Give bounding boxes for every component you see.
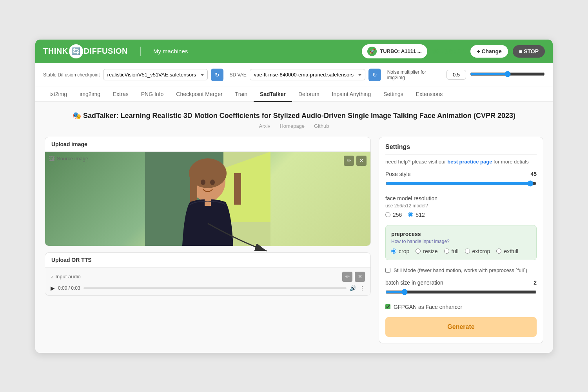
face-model-256-option[interactable]: 256 [385,212,402,218]
pose-style-label: Pose style [385,171,411,177]
tab-sadtalker[interactable]: SadTalker [254,87,292,102]
turbo-icon: 🚀 [367,47,377,56]
preprocess-box: preprocess How to handle input image? cr… [385,225,537,260]
tab-png-info[interactable]: PNG Info [135,87,170,102]
help-link[interactable]: best practice page [447,159,492,165]
face-model-row: face model resolution use 256/512 model?… [385,195,537,218]
tab-deforum[interactable]: Deforum [292,87,326,102]
audio-time: 0:00 / 0:03 [58,285,80,291]
preprocess-full-option[interactable]: full [444,248,459,254]
left-panel: Upload image 🖼 Source image ✏ ✕ [45,137,371,296]
play-button[interactable]: ▶ [51,285,55,291]
homepage-link[interactable]: Homepage [279,123,305,129]
clear-image-button[interactable]: ✕ [356,156,367,166]
upload-or-tts-panel: Upload OR TTS ♪ Input audio ✏ ✕ [45,252,371,296]
image-icon: 🖼 [49,156,54,162]
volume-button[interactable]: 🔊 [350,285,356,291]
timer-display: 00:38:24 [432,47,466,55]
face-model-512-option[interactable]: 512 [408,212,425,218]
sd-vae-group: SD VAE vae-ft-mse-840000-ema-pruned.safe… [230,69,381,81]
preprocess-extcrop-label: extcrop [472,248,490,254]
header-left: THINK 🔄 DIFFUSION My machines [43,44,188,58]
batch-size-slider-wrap [385,289,537,297]
face-model-sublabel: use 256/512 model? [385,203,537,209]
preprocess-extfull-option[interactable]: extfull [496,248,518,254]
svg-rect-6 [234,173,241,205]
noise-value-input[interactable] [446,70,466,80]
edit-audio-button[interactable]: ✏ [342,272,352,282]
pose-style-value: 45 [530,171,537,177]
pose-style-label-row: Pose style 45 [385,171,537,177]
tab-settings[interactable]: Settings [377,87,410,102]
checkpoint-select[interactable]: realisticVisionV51_v51VAE.safetensors [103,69,208,80]
tab-extras[interactable]: Extras [107,87,135,102]
edit-image-button[interactable]: ✏ [344,156,354,166]
face-model-512-label: 512 [416,212,425,218]
source-image-text: Source image [57,156,88,162]
pose-style-row: Pose style 45 [385,171,537,188]
preprocess-crop-radio[interactable] [391,249,396,254]
batch-size-slider[interactable] [385,289,537,295]
preprocess-full-label: full [452,248,459,254]
audio-area: ♪ Input audio ✏ ✕ ▶ 0:00 / 0:03 [45,267,370,295]
change-button[interactable]: + Change [470,45,508,58]
audio-icon: ♪ [51,274,53,279]
turbo-label: TURBO: A1111 ... [380,48,421,54]
audio-progress-bar[interactable] [83,287,347,289]
tab-extensions[interactable]: Extensions [410,87,449,102]
preprocess-extcrop-radio[interactable] [465,249,470,254]
page-links: Arxiv Homepage Github [45,123,543,129]
more-options-button[interactable]: ⋮ [359,285,365,291]
tab-txt2img[interactable]: txt2img [43,87,73,102]
noise-group: Noise multiplier for img2img [387,69,545,80]
pose-slider-wrap [385,180,537,188]
nav-my-machines[interactable]: My machines [153,48,188,54]
preprocess-full-radio[interactable] [444,249,449,254]
still-mode-checkbox[interactable] [385,268,390,273]
preprocess-extcrop-option[interactable]: extcrop [465,248,490,254]
batch-size-value: 2 [534,279,537,286]
noise-slider[interactable] [470,71,545,77]
tab-bar: txt2img img2img Extras PNG Info Checkpoi… [35,87,553,102]
preprocess-resize-option[interactable]: resize [416,248,437,254]
face-model-512-radio[interactable] [408,212,413,217]
face-model-radio-group: 256 512 [385,212,537,218]
tab-inpaint-anything[interactable]: Inpaint Anything [326,87,377,102]
tab-checkpoint-merger[interactable]: Checkpoint Merger [170,87,229,102]
generate-button[interactable]: Generate [385,317,537,337]
image-actions: ✏ ✕ [344,156,367,166]
sd-vae-refresh-button[interactable]: ↻ [368,69,381,81]
refresh-icon: ↻ [215,72,220,78]
tab-img2img[interactable]: img2img [73,87,107,102]
logo-symbol: 🔄 [72,47,80,56]
audio-label: ♪ Input audio [51,274,81,279]
noise-label: Noise multiplier for img2img [387,69,443,80]
clear-audio-button[interactable]: ✕ [355,272,365,282]
tab-train[interactable]: Train [229,87,254,102]
preprocess-sublabel: How to handle input image? [391,239,531,244]
preprocess-crop-option[interactable]: crop [391,248,409,254]
still-mode-row: Still Mode (fewer hand motion, works wit… [385,267,537,273]
help-text: need help? please visit our best practic… [385,159,537,165]
pose-style-slider[interactable] [385,180,537,187]
preprocess-resize-radio[interactable] [416,249,421,254]
upload-area[interactable]: 🖼 Source image ✏ ✕ [45,152,370,246]
gfpgan-checkbox[interactable] [385,304,390,309]
preprocess-extfull-radio[interactable] [496,249,501,254]
github-link[interactable]: Github [314,123,329,129]
upload-image-title: Upload image [45,137,370,152]
preprocess-extfull-label: extfull [504,248,518,254]
checkpoint-refresh-button[interactable]: ↻ [211,69,223,81]
sd-vae-select[interactable]: vae-ft-mse-840000-ema-pruned.safetensors [250,69,365,80]
checkpoint-label: Stable Diffusion checkpoint [43,72,100,78]
upload-image-panel: Upload image 🖼 Source image ✏ ✕ [45,137,371,246]
toolbar: Stable Diffusion checkpoint realisticVis… [35,63,553,87]
face-model-label: face model resolution [385,195,537,201]
main-content: 🎭 SadTalker: Learning Realistic 3D Motio… [35,102,553,353]
app-header: THINK 🔄 DIFFUSION My machines 🚀 TURBO: A… [35,40,553,63]
preprocess-radio-group: crop resize full extcrop [391,248,531,254]
stop-button[interactable]: ■ STOP [513,45,545,58]
sd-vae-label: SD VAE [230,72,247,78]
face-model-256-radio[interactable] [385,212,390,217]
arxiv-link[interactable]: Arxiv [259,123,270,129]
